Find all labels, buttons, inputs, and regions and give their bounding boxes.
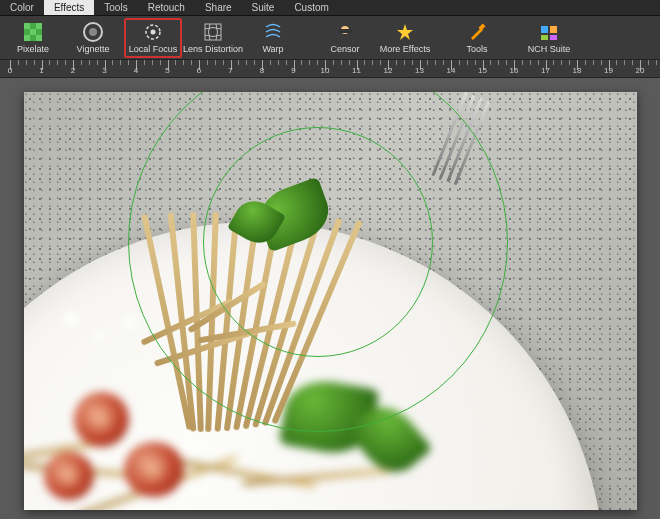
svg-point-10 <box>89 28 97 36</box>
lens-distortion-icon <box>203 22 223 42</box>
nch-suite-icon <box>539 22 559 42</box>
warp-icon <box>263 22 283 42</box>
svg-rect-15 <box>338 29 352 33</box>
menu-custom[interactable]: Custom <box>284 0 338 15</box>
menu-suite[interactable]: Suite <box>242 0 285 15</box>
tool-label: Censor <box>330 44 359 54</box>
svg-rect-20 <box>550 35 557 40</box>
menu-retouch[interactable]: Retouch <box>138 0 195 15</box>
tool-label: Vignette <box>77 44 110 54</box>
tool-label: Warp <box>262 44 283 54</box>
warp-button[interactable]: Warp <box>244 18 302 58</box>
pixelate-button[interactable]: Pixelate <box>4 18 62 58</box>
image-canvas[interactable] <box>24 92 637 510</box>
svg-rect-7 <box>30 35 36 41</box>
photo-content <box>24 92 637 510</box>
vignette-icon <box>83 22 103 42</box>
more-effects-button[interactable]: More Effects <box>376 18 434 58</box>
tool-label: Local Focus <box>129 44 178 54</box>
toolbar: Pixelate Vignette Local Focus Lens Disto… <box>0 16 660 60</box>
local-focus-button[interactable]: Local Focus <box>124 18 182 58</box>
svg-rect-1 <box>30 23 36 29</box>
svg-rect-17 <box>541 26 548 33</box>
censor-icon <box>335 22 355 42</box>
canvas-area <box>0 78 660 519</box>
lens-distortion-button[interactable]: Lens Distortion <box>184 18 242 58</box>
tool-label: Tools <box>466 44 487 54</box>
ruler-horizontal: 01234567891011121314151617181920 <box>0 60 660 78</box>
menu-color[interactable]: Color <box>0 0 44 15</box>
tools-button[interactable]: Tools <box>448 18 506 58</box>
censor-button[interactable]: Censor <box>316 18 374 58</box>
pasta-twirl <box>144 212 394 492</box>
svg-rect-2 <box>36 23 42 29</box>
local-focus-icon <box>143 22 163 42</box>
more-effects-icon <box>395 22 415 42</box>
svg-rect-6 <box>24 35 30 41</box>
svg-rect-18 <box>550 26 557 33</box>
menu-effects[interactable]: Effects <box>44 0 94 15</box>
svg-rect-13 <box>205 24 221 40</box>
tool-label: Pixelate <box>17 44 49 54</box>
menu-tools[interactable]: Tools <box>94 0 137 15</box>
vignette-button[interactable]: Vignette <box>64 18 122 58</box>
nch-suite-button[interactable]: NCH Suite <box>520 18 578 58</box>
svg-rect-8 <box>36 35 42 41</box>
menu-share[interactable]: Share <box>195 0 242 15</box>
svg-rect-0 <box>24 23 30 29</box>
tool-label: More Effects <box>380 44 430 54</box>
menu-bar: Color Effects Tools Retouch Share Suite … <box>0 0 660 16</box>
svg-rect-4 <box>30 29 36 35</box>
svg-rect-19 <box>541 35 548 40</box>
tool-label: Lens Distortion <box>183 44 243 54</box>
svg-rect-3 <box>24 29 30 35</box>
pixelate-icon <box>23 22 43 42</box>
tool-label: NCH Suite <box>528 44 571 54</box>
svg-point-12 <box>151 29 156 34</box>
svg-rect-5 <box>36 29 42 35</box>
tools-icon <box>467 22 487 42</box>
